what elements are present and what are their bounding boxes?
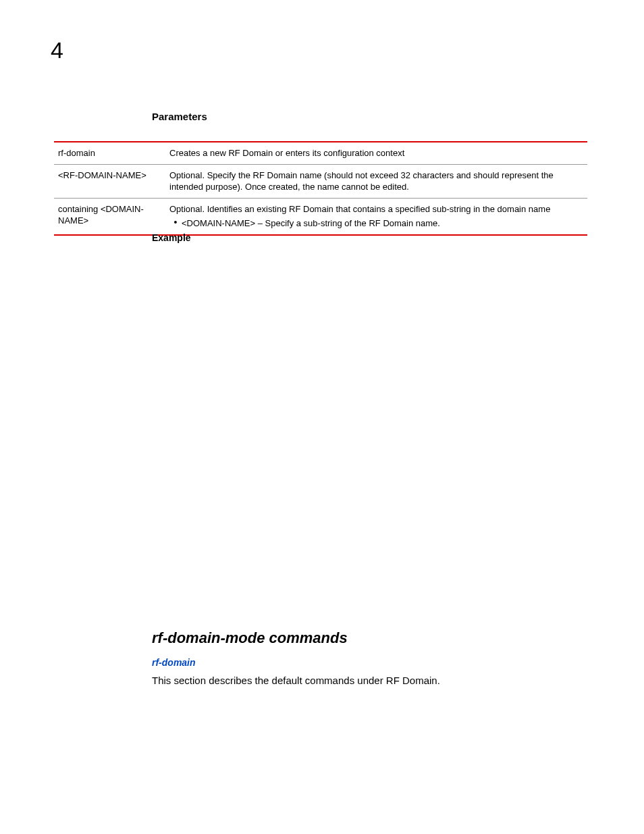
table-row: containing <DOMAIN-NAME> Optional. Ident… (54, 198, 587, 235)
example-heading: Example (152, 232, 191, 243)
rf-domain-link[interactable]: rf-domain (152, 657, 196, 668)
param-desc-cell: Optional. Identifies an existing RF Doma… (165, 198, 587, 235)
parameters-table: rf-domain Creates a new RF Domain or ent… (54, 141, 587, 236)
param-desc-cell: Creates a new RF Domain or enters its co… (165, 142, 587, 164)
param-desc-cell: Optional. Specify the RF Domain name (sh… (165, 164, 587, 198)
rf-domain-mode-section: rf-domain-mode commands rf-domain This s… (152, 629, 584, 687)
param-name-cell: containing <DOMAIN-NAME> (54, 198, 165, 235)
bullet-icon: • (169, 217, 182, 227)
bullet-item: • <DOMAIN-NAME> – Specify a sub-string o… (169, 217, 583, 230)
param-name-cell: rf-domain (54, 142, 165, 164)
section-body: This section describes the default comma… (152, 673, 584, 687)
parameters-heading: Parameters (152, 111, 584, 122)
page: 4 Parameters rf-domain Creates a new RF … (0, 0, 644, 834)
param-desc-text: Optional. Identifies an existing RF Doma… (169, 204, 550, 214)
chapter-number: 4 (51, 37, 63, 63)
table-row: rf-domain Creates a new RF Domain or ent… (54, 142, 587, 164)
table-row: <RF-DOMAIN-NAME> Optional. Specify the R… (54, 164, 587, 198)
section-title: rf-domain-mode commands (152, 629, 584, 647)
bullet-text: <DOMAIN-NAME> – Specify a sub-string of … (182, 217, 583, 230)
parameters-section: Parameters (152, 111, 584, 134)
param-name-cell: <RF-DOMAIN-NAME> (54, 164, 165, 198)
